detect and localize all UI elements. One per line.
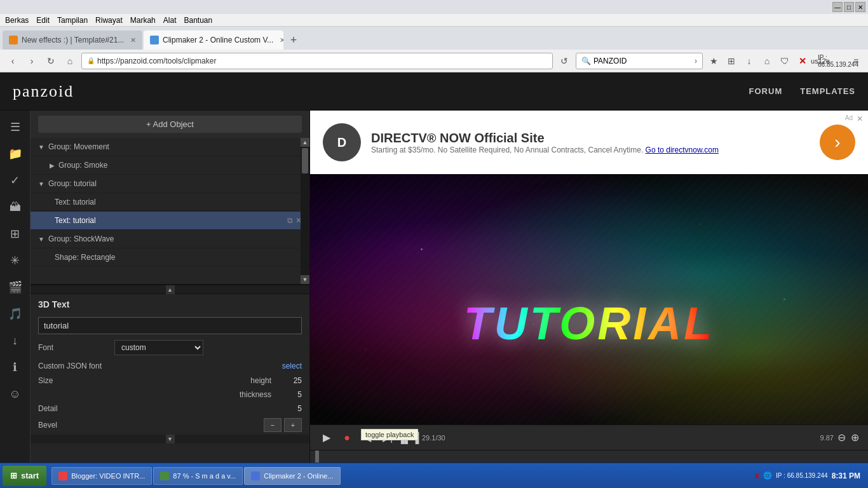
video-text-display: TUTORIAL [464, 297, 715, 349]
sidebar-grid-icon[interactable]: ⊞ [4, 222, 27, 245]
start-button[interactable]: ⊞ start [3, 466, 46, 486]
layer-group-shockwave[interactable]: ▼ Group: ShockWave [31, 230, 309, 248]
step-forward-button[interactable]: ▶| [379, 429, 397, 447]
menu-icon[interactable]: ≡ [849, 54, 863, 68]
properties-title: 3D Text [31, 294, 309, 315]
thickness-row: thickness 5 [31, 388, 309, 402]
layer-group-movement[interactable]: ▼ Group: Movement [31, 138, 309, 156]
taskbar-blogger-label: Blogger: VIDEO INTR... [71, 472, 145, 480]
layer-action-group: ⧉ ✕ [287, 216, 302, 225]
scroll-up-props[interactable]: ▲ [166, 285, 175, 294]
custom-json-field: Custom JSON font select [31, 358, 309, 374]
sidebar-folder-icon[interactable]: 📁 [4, 142, 27, 165]
sidebar-music-icon[interactable]: 🎵 [4, 302, 27, 325]
x-icon[interactable]: ✕ [796, 54, 810, 68]
address-text: https://panzoid.com/tools/clipmaker [97, 57, 216, 65]
refresh-button[interactable]: ↻ [43, 53, 58, 69]
size-label: Size [38, 376, 250, 385]
layer-shape-rectangle[interactable]: Shape: Rectangle [31, 248, 309, 267]
search-bar[interactable]: 🔍 PANZOID › [576, 53, 703, 69]
tab-close-clipmaker[interactable]: ✕ [280, 36, 283, 44]
home-icon[interactable]: ⌂ [760, 54, 774, 68]
video-preview: TUTORIAL [310, 174, 868, 424]
back-button[interactable]: ‹ [5, 53, 20, 69]
taskbar-clipmaker[interactable]: Clipmaker 2 - Online... [244, 467, 340, 485]
prev-button[interactable]: ◀ [358, 429, 376, 447]
ad-logo: D [323, 123, 361, 161]
ad-close-button[interactable]: ✕ [857, 114, 863, 123]
taskbar-smadav[interactable]: 87 % - S m a d a v... [153, 467, 243, 485]
forward-button[interactable]: › [24, 53, 39, 69]
sidebar-menu-icon[interactable]: ☰ [4, 116, 27, 139]
bookmark-star-icon[interactable]: ★ [707, 54, 721, 68]
tab-icon-new-effects [9, 36, 18, 44]
zoom-out-button[interactable]: ⊖ [837, 431, 846, 444]
search-arrow[interactable]: › [695, 57, 697, 65]
play-button[interactable]: ▶ [318, 429, 336, 447]
ad-link[interactable]: Go to directvnow.com [646, 146, 719, 154]
app-nav: FORUM TEMPLATES [749, 86, 855, 96]
maximize-button[interactable]: □ [844, 2, 854, 12]
scroll-thumb[interactable] [302, 148, 308, 173]
tab-clipmaker[interactable]: Clipmaker 2 - Online Custom V... ✕ [144, 30, 283, 50]
menu-markah[interactable]: Markah [130, 16, 156, 25]
sidebar-download-icon[interactable]: ↓ [4, 329, 27, 352]
sidebar-landscape-icon[interactable]: 🏔 [4, 196, 27, 219]
menu-berkas[interactable]: Berkas [5, 16, 29, 25]
layer-group-tutorial[interactable]: ▼ Group: tutorial [31, 175, 309, 193]
shield-icon[interactable]: 🛡 [778, 54, 792, 68]
sidebar-star-icon[interactable]: ✳ [4, 249, 27, 272]
scroll-down-props[interactable]: ▼ [166, 435, 175, 444]
lock-icon: 🔒 [87, 57, 95, 64]
menu-riwayat[interactable]: Riwayat [95, 16, 123, 25]
menu-bantuan[interactable]: Bantuan [184, 16, 212, 25]
font-select-wrap: custom [114, 340, 203, 355]
layer-scroll[interactable]: ▲ ▼ [301, 138, 309, 284]
bevel-plus[interactable]: + [284, 418, 302, 432]
menu-edit[interactable]: Edit [36, 16, 50, 25]
nav-templates[interactable]: TEMPLATES [800, 86, 855, 96]
sidebar-check-icon[interactable]: ✓ [4, 169, 27, 192]
record-button[interactable]: ● [338, 429, 356, 447]
waveform-button[interactable]: ▐▌▐ [399, 429, 417, 447]
duplicate-layer-button[interactable]: ⧉ [287, 216, 293, 225]
player-time-display: 29.1/30 [422, 434, 445, 442]
scroll-up-button[interactable]: ▲ [301, 138, 309, 147]
layer-label: Group: ShockWave [48, 234, 114, 243]
panel-header: + Add Object [31, 111, 309, 138]
layer-text-tutorial-2[interactable]: Text: tutorial ⧉ ✕ [31, 212, 309, 230]
new-tab-button[interactable]: + [285, 30, 302, 50]
props-scroll-bottom: ▼ [31, 435, 309, 444]
browser-menubar: Berkas Edit Tampilan Riwayat Markah Alat… [0, 14, 868, 27]
tab-close-new-effects[interactable]: ✕ [130, 36, 136, 44]
download-icon[interactable]: ↓ [742, 54, 756, 68]
taskbar-items: Blogger: VIDEO INTR... 87 % - S m a d a … [51, 467, 750, 485]
layer-text-tutorial-1[interactable]: Text: tutorial [31, 193, 309, 212]
ad-arrow-button[interactable]: › [820, 125, 855, 160]
text-input[interactable] [38, 317, 302, 334]
reload-button[interactable]: ↺ [557, 53, 572, 69]
scroll-down-button[interactable]: ▼ [301, 275, 309, 284]
sidebar-video-icon[interactable]: 🎬 [4, 276, 27, 299]
menu-alat[interactable]: Alat [163, 16, 177, 25]
sidebar-info-icon[interactable]: ℹ [4, 356, 27, 379]
taskbar-blogger[interactable]: Blogger: VIDEO INTR... [51, 467, 152, 485]
font-select[interactable]: custom [114, 340, 203, 355]
layer-group-smoke[interactable]: ▶ Group: Smoke [31, 156, 309, 175]
home-button[interactable]: ⌂ [62, 53, 78, 69]
size-row: Size height 25 [31, 374, 309, 388]
nav-forum[interactable]: FORUM [749, 86, 783, 96]
reader-icon[interactable]: ⊞ [724, 54, 738, 68]
add-object-button[interactable]: + Add Object [38, 116, 302, 133]
custom-json-select-link[interactable]: select [282, 362, 302, 370]
tab-new-effects[interactable]: New effects :) | Template#21... ✕ [3, 30, 142, 50]
close-button[interactable]: ✕ [855, 2, 865, 12]
taskbar-flag-icon: 🌐 [763, 471, 772, 480]
menu-tampilan[interactable]: Tampilan [57, 16, 88, 25]
layer-label: Group: tutorial [48, 179, 97, 188]
bevel-minus[interactable]: − [264, 418, 281, 432]
sidebar-user-icon[interactable]: ☺ [4, 383, 27, 405]
minimize-button[interactable]: — [832, 2, 843, 12]
address-bar[interactable]: 🔒 https://panzoid.com/tools/clipmaker [81, 53, 553, 69]
zoom-in-button[interactable]: ⊕ [851, 431, 859, 444]
